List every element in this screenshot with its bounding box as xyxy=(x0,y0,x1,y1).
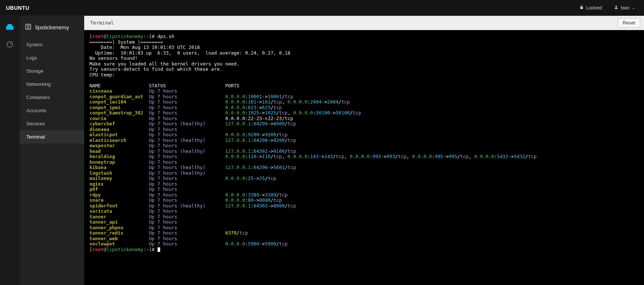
content: Terminal Reset [root@lipstickenemy:~]# d… xyxy=(84,16,644,285)
user-icon xyxy=(614,5,618,11)
main: lipstickenemy SystemLogsStorageNetworkin… xyxy=(0,16,644,285)
nav-item-networking[interactable]: Networking xyxy=(20,78,84,91)
tab-bar: Terminal Reset xyxy=(84,16,644,30)
nav-item-logs[interactable]: Logs xyxy=(20,51,84,64)
lock-icon xyxy=(579,5,584,11)
tab-label: Terminal xyxy=(88,20,114,26)
nav-item-terminal[interactable]: Terminal xyxy=(20,130,84,143)
dashboard-icon[interactable] xyxy=(5,39,15,50)
nav-item-storage[interactable]: Storage xyxy=(20,64,84,78)
nav-item-containers[interactable]: Containers xyxy=(20,91,84,104)
sidebar: lipstickenemy SystemLogsStorageNetworkin… xyxy=(20,16,84,285)
svg-rect-1 xyxy=(6,26,14,30)
locked-indicator[interactable]: Locked xyxy=(576,3,605,12)
icon-bar xyxy=(0,16,20,285)
topbar: UBUNTU Locked tsec ⌄ xyxy=(0,0,644,16)
host-icon xyxy=(25,23,32,31)
nav-item-services[interactable]: Services xyxy=(20,117,84,130)
host-header: lipstickenemy xyxy=(20,20,84,38)
svg-rect-2 xyxy=(8,24,12,26)
terminal[interactable]: [root@lipstickenemy:~]# dps.sh ========|… xyxy=(84,30,644,285)
nav-list: SystemLogsStorageNetworkingContainersAcc… xyxy=(20,38,84,143)
chevron-down-icon: ⌄ xyxy=(632,6,635,10)
nav-item-system[interactable]: System xyxy=(20,38,84,51)
user-label: tsec xyxy=(621,5,630,11)
reset-button[interactable]: Reset xyxy=(618,18,640,27)
nav-item-accounts[interactable]: Accounts xyxy=(20,104,84,117)
locked-label: Locked xyxy=(586,5,602,11)
server-icon[interactable] xyxy=(5,21,15,32)
topbar-right: Locked tsec ⌄ xyxy=(576,3,638,12)
host-name: lipstickenemy xyxy=(35,24,69,30)
terminal-output: [root@lipstickenemy:~]# dps.sh ========|… xyxy=(89,34,639,252)
svg-point-0 xyxy=(615,6,617,7)
brand: UBUNTU xyxy=(6,5,29,11)
user-menu[interactable]: tsec ⌄ xyxy=(611,3,638,12)
